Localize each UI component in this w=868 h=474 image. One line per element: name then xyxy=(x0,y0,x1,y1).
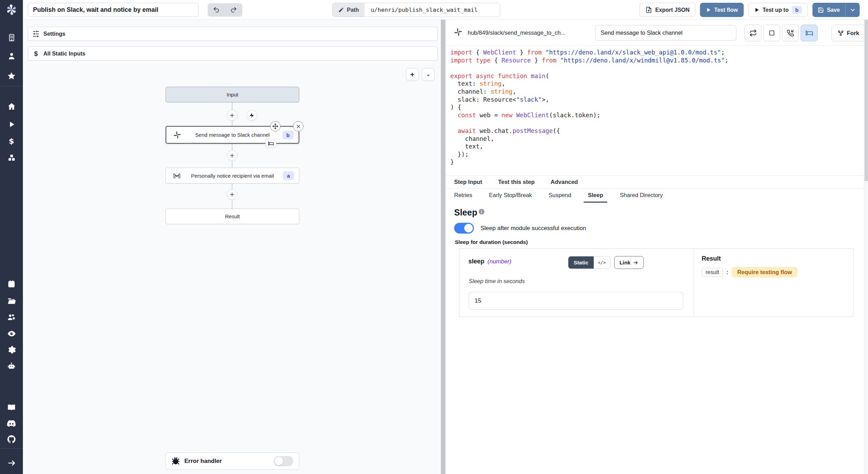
workspace-icon[interactable] xyxy=(0,30,23,45)
home-icon[interactable] xyxy=(0,99,23,114)
audit-eye-icon[interactable] xyxy=(0,326,23,341)
email-node-id-badge: a xyxy=(283,171,294,180)
resources-icon[interactable] xyxy=(0,150,23,165)
sleep-seconds-input[interactable] xyxy=(469,292,683,310)
path-group: Path u/henri/publish_slack_wait_mail xyxy=(332,3,500,17)
sleep-section-heading: Sleep i xyxy=(454,208,484,218)
flow-title-input[interactable] xyxy=(28,3,199,17)
retries-button[interactable] xyxy=(744,25,761,41)
result-key-chip: result xyxy=(702,268,723,277)
save-button[interactable]: Save xyxy=(812,3,845,17)
sleep-enabled-toggle[interactable] xyxy=(454,223,474,234)
arrow-right-icon xyxy=(633,260,639,265)
all-static-inputs-bar[interactable]: $ All Static Inputs xyxy=(28,46,437,61)
move-step-button[interactable] xyxy=(270,121,281,132)
flow-canvas-panel: Settings $ All Static Inputs + - Input xyxy=(23,20,441,474)
save-dropdown-button[interactable] xyxy=(845,3,860,17)
phone-incoming-icon xyxy=(787,29,794,37)
sleep-button-active[interactable] xyxy=(801,25,818,41)
tab-shared-directory[interactable]: Shared Directory xyxy=(620,192,663,203)
test-flow-label: Test flow xyxy=(714,7,738,13)
discord-icon[interactable] xyxy=(0,416,23,431)
windmill-logo[interactable] xyxy=(0,2,23,17)
ai-robot-icon[interactable] xyxy=(0,358,23,374)
delete-step-button[interactable] xyxy=(293,121,303,132)
step-tabs: Step Input Test this step Advanced xyxy=(445,175,864,189)
favorites-star-icon[interactable] xyxy=(0,68,23,84)
tab-advanced[interactable]: Advanced xyxy=(551,179,578,185)
plus-icon xyxy=(229,112,235,118)
sleep-field-section: sleep(number) Static </> Link Sleep time… xyxy=(459,249,694,316)
advanced-subtabs: Retries Early Stop/Break Suspend Sleep S… xyxy=(445,189,864,205)
error-handler-bar[interactable]: Error handler xyxy=(166,452,299,470)
topbar-actions: Export JSON Test flow Test up to b Save xyxy=(640,3,860,17)
panel-resize-divider[interactable] xyxy=(441,20,445,474)
early-stop-button[interactable] xyxy=(763,25,780,41)
static-mode-button[interactable]: Static xyxy=(568,256,593,269)
dollar-icon: $ xyxy=(32,50,40,58)
variables-dollar-icon[interactable]: $ xyxy=(0,134,23,149)
scrollbar-thumb[interactable] xyxy=(865,20,868,181)
add-step-button[interactable] xyxy=(227,110,237,121)
path-value[interactable]: u/henri/publish_slack_wait_mail xyxy=(365,3,500,17)
info-icon[interactable]: i xyxy=(479,209,484,214)
schedules-calendar-icon[interactable] xyxy=(0,276,23,291)
settings-gear-icon[interactable] xyxy=(0,342,23,357)
github-icon[interactable] xyxy=(0,432,23,447)
runs-play-icon[interactable] xyxy=(0,117,23,132)
canvas-zoom-controls: + - xyxy=(406,68,435,81)
sleep-indicator-bed-icon[interactable] xyxy=(265,139,276,148)
flow-node-input[interactable]: Input xyxy=(166,87,299,102)
undo-redo-group xyxy=(208,3,242,17)
save-button-group: Save xyxy=(812,3,860,17)
input-node-label: Input xyxy=(227,92,238,98)
tab-test-this-step[interactable]: Test this step xyxy=(498,179,535,185)
edit-path-button[interactable]: Path xyxy=(333,3,365,17)
tab-sleep[interactable]: Sleep xyxy=(588,192,603,203)
code-mode-button[interactable]: </> xyxy=(594,256,610,269)
field-type: (number) xyxy=(487,258,511,265)
play-icon xyxy=(754,7,759,12)
docs-book-icon[interactable] xyxy=(0,400,23,415)
folders-icon[interactable] xyxy=(0,293,23,308)
link-button[interactable]: Link xyxy=(614,256,644,269)
expand-arrow-icon[interactable] xyxy=(0,455,23,471)
code-editor[interactable]: import { WebClient } from "https://deno.… xyxy=(450,49,860,166)
hub-script-path[interactable]: hub/849/slack/send_message_to_ch... xyxy=(468,29,566,36)
suspend-button[interactable] xyxy=(782,25,799,41)
error-handler-toggle[interactable] xyxy=(274,456,293,466)
tab-retries[interactable]: Retries xyxy=(454,192,472,203)
test-up-to-button[interactable]: Test up to b xyxy=(748,3,808,17)
flow-settings-bar[interactable]: Settings xyxy=(28,27,437,41)
slack-icon xyxy=(173,131,181,139)
undo-button[interactable] xyxy=(208,3,225,17)
flow-node-email-step[interactable]: Personally notice recipient via email a xyxy=(166,168,299,184)
slack-node-label: Send message to Slack channel xyxy=(195,132,269,138)
step-name-input[interactable] xyxy=(595,25,736,41)
flow-node-result[interactable]: Result xyxy=(166,209,299,224)
bug-icon xyxy=(172,457,180,465)
sleep-result-section: Result result : Require testing flow xyxy=(694,249,853,316)
panel-scrollbar[interactable] xyxy=(864,20,868,474)
result-colon: : xyxy=(726,269,728,276)
tab-early-stop-break[interactable]: Early Stop/Break xyxy=(489,192,532,203)
plus-icon xyxy=(229,153,235,159)
trigger-zap-button[interactable] xyxy=(247,110,257,121)
redo-button[interactable] xyxy=(225,3,242,17)
close-x-icon xyxy=(296,124,301,129)
tab-step-input[interactable]: Step Input xyxy=(454,179,482,185)
test-flow-button[interactable]: Test flow xyxy=(700,3,744,17)
fork-button[interactable]: Fork xyxy=(832,25,865,41)
add-step-button[interactable] xyxy=(227,150,237,161)
add-step-button[interactable] xyxy=(227,189,237,200)
user-icon[interactable] xyxy=(0,48,23,64)
zoom-out-button[interactable]: - xyxy=(422,68,435,81)
tab-suspend[interactable]: Suspend xyxy=(549,192,571,203)
field-description: Sleep time in seconds xyxy=(469,278,525,285)
zoom-in-button[interactable]: + xyxy=(406,68,419,81)
windmill-flow-editor: $ xyxy=(0,0,868,474)
pencil-icon xyxy=(338,7,344,13)
export-json-button[interactable]: Export JSON xyxy=(640,3,695,17)
flow-node-slack-step[interactable]: Send message to Slack channel b xyxy=(166,126,299,144)
workers-users-gear-icon[interactable] xyxy=(0,310,23,325)
